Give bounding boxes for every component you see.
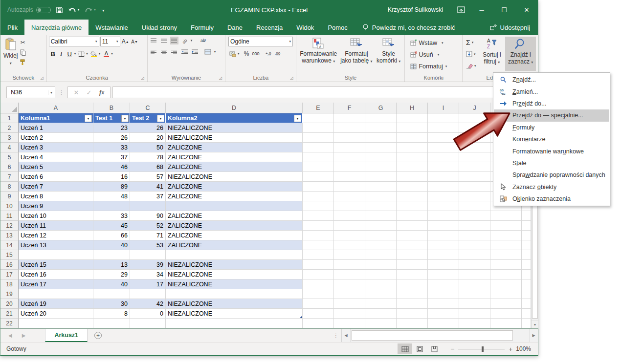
cell-A15[interactable]: [19, 250, 93, 260]
cell-G10[interactable]: [365, 201, 397, 211]
clipboard-dialog-launcher[interactable]: ◿: [41, 76, 45, 81]
row-header-12[interactable]: 12: [0, 221, 19, 231]
cell-F4[interactable]: [334, 143, 365, 152]
align-right-button[interactable]: [170, 48, 178, 56]
cell-D19[interactable]: [166, 289, 303, 299]
close-button[interactable]: ✕: [515, 0, 538, 20]
cell-L19[interactable]: [522, 289, 531, 299]
cell-H3[interactable]: [397, 133, 428, 143]
cell-C20[interactable]: 42: [130, 299, 166, 309]
cell-C22[interactable]: [130, 319, 166, 328]
horizontal-scroll-thumb[interactable]: [352, 330, 513, 341]
cell-I18[interactable]: [428, 279, 459, 289]
cell-C6[interactable]: 68: [130, 162, 166, 172]
cell-H4[interactable]: [397, 143, 428, 152]
align-center-button[interactable]: [160, 48, 168, 56]
format-painter-button[interactable]: [19, 58, 27, 66]
cell-J19[interactable]: [459, 289, 490, 299]
cell-H13[interactable]: [397, 231, 428, 240]
cell-L17[interactable]: [522, 270, 531, 279]
accounting-format-button[interactable]: [228, 50, 237, 58]
cell-B5[interactable]: 37: [93, 152, 130, 162]
cell-F3[interactable]: [334, 133, 365, 143]
cell-E12[interactable]: [303, 221, 334, 231]
cell-C21[interactable]: 0: [130, 309, 166, 319]
cell-G21[interactable]: [365, 309, 397, 319]
cell-H8[interactable]: [397, 182, 428, 192]
cell-I3[interactable]: [428, 133, 459, 143]
cell-E14[interactable]: [303, 240, 334, 250]
cell-K22[interactable]: [490, 319, 522, 328]
cell-G2[interactable]: [365, 123, 397, 133]
alignment-dialog-launcher[interactable]: ◿: [219, 76, 224, 81]
tabbar-splitter[interactable]: ⋮: [331, 329, 341, 342]
cell-J9[interactable]: [459, 192, 490, 201]
column-header-H[interactable]: H: [397, 103, 428, 113]
cell-C5[interactable]: 78: [130, 152, 166, 162]
redo-button[interactable]: ▾: [84, 6, 96, 13]
cell-A16[interactable]: Uczeń 15: [19, 260, 93, 270]
cell-K15[interactable]: [490, 250, 522, 260]
cell-C18[interactable]: 17: [130, 279, 166, 289]
cell-E8[interactable]: [303, 182, 334, 192]
menu-item-przejdź-do-specjalnie[interactable]: Przejdź do — specjalnie...: [494, 109, 609, 121]
cell-D15[interactable]: [166, 250, 303, 260]
number-format-combo[interactable]: Ogólne▾: [228, 37, 293, 46]
increase-indent-button[interactable]: [191, 48, 199, 56]
ribbon-tab-recenzja[interactable]: Recenzja: [249, 20, 289, 35]
cell-A8[interactable]: Uczeń 7: [19, 182, 93, 192]
cell-C8[interactable]: 41: [130, 182, 166, 192]
zoom-level[interactable]: 100%: [512, 345, 531, 352]
page-layout-view-button[interactable]: [412, 343, 427, 354]
cell-E7[interactable]: [303, 172, 334, 182]
column-header-G[interactable]: G: [365, 103, 397, 113]
cell-D22[interactable]: [166, 319, 303, 328]
cell-G15[interactable]: [365, 250, 397, 260]
cell-J15[interactable]: [459, 250, 490, 260]
format-as-table-button[interactable]: Formatuj jako tabelę ▾: [338, 37, 375, 66]
cell-E3[interactable]: [303, 133, 334, 143]
cell-C9[interactable]: 37: [130, 192, 166, 201]
cell-J10[interactable]: [459, 201, 490, 211]
cell-G18[interactable]: [365, 279, 397, 289]
account-name[interactable]: Krzysztof Sulikowski: [388, 6, 443, 13]
sheet-nav-left-icon[interactable]: ◀: [8, 333, 12, 338]
cell-H6[interactable]: [397, 162, 428, 172]
menu-item-formatowanie-warunkowe[interactable]: Formatowanie warunkowe: [494, 145, 609, 157]
decrease-indent-button[interactable]: [180, 48, 189, 56]
cell-G20[interactable]: [365, 299, 397, 309]
cell-L18[interactable]: [522, 279, 531, 289]
cell-C16[interactable]: 39: [130, 260, 166, 270]
cell-K18[interactable]: [490, 279, 522, 289]
scroll-left-arrow-icon[interactable]: ◀: [342, 333, 350, 338]
cell-A4[interactable]: Uczeń 3: [19, 143, 93, 152]
cell-A13[interactable]: Uczeń 12: [19, 231, 93, 240]
cell-C19[interactable]: [130, 289, 166, 299]
cell-I2[interactable]: [428, 123, 459, 133]
row-header-8[interactable]: 8: [0, 182, 19, 192]
maximize-button[interactable]: ☐: [493, 0, 515, 20]
cell-I10[interactable]: [428, 201, 459, 211]
cell-E4[interactable]: [303, 143, 334, 152]
row-header-19[interactable]: 19: [0, 289, 19, 299]
cell-E15[interactable]: [303, 250, 334, 260]
cell-L16[interactable]: [522, 260, 531, 270]
cell-J1[interactable]: [459, 113, 490, 123]
cell-G13[interactable]: [365, 231, 397, 240]
ribbon-tab-pomoc[interactable]: Pomoc: [321, 20, 354, 35]
cell-K12[interactable]: [490, 221, 522, 231]
enter-formula-button[interactable]: ✓: [83, 89, 95, 96]
cell-F15[interactable]: [334, 250, 365, 260]
borders-button[interactable]: [77, 50, 86, 58]
cell-D5[interactable]: ZALICZONE: [166, 152, 303, 162]
cell-J4[interactable]: [459, 143, 490, 152]
select-all-corner[interactable]: [0, 103, 19, 113]
cell-D1[interactable]: Kolumna2▼: [166, 113, 303, 123]
horizontal-scrollbar[interactable]: ◀ ▶: [341, 329, 538, 342]
row-header-18[interactable]: 18: [0, 279, 19, 289]
row-header-5[interactable]: 5: [0, 152, 19, 162]
cell-D3[interactable]: NIEZALICZONE: [166, 133, 303, 143]
cell-D18[interactable]: NIEZALICZONE: [166, 279, 303, 289]
cell-C13[interactable]: 71: [130, 231, 166, 240]
cell-D8[interactable]: ZALICZONE: [166, 182, 303, 192]
